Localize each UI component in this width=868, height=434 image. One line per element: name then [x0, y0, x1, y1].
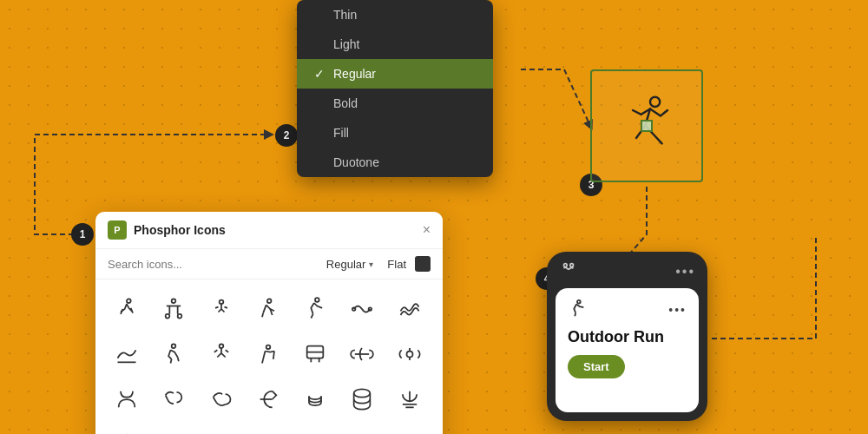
svg-point-10	[172, 344, 176, 348]
dropdown-item-regular[interactable]: ✓ Regular	[297, 59, 493, 89]
list-item[interactable]	[247, 378, 289, 420]
dropdown-item-light[interactable]: Light	[297, 30, 493, 59]
phone-activity-icon	[559, 260, 578, 283]
dropdown-item-fill[interactable]: Fill	[297, 118, 493, 148]
list-item[interactable]	[106, 288, 148, 330]
dropdown-item-duotone[interactable]: Duotone	[297, 148, 493, 177]
step-2-circle: 2	[275, 124, 298, 147]
svg-point-5	[219, 300, 223, 305]
flat-color-swatch[interactable]	[415, 256, 431, 272]
phone-card-menu[interactable]: •••	[668, 303, 687, 317]
list-item[interactable]	[389, 288, 431, 330]
svg-point-4	[178, 314, 182, 319]
list-item[interactable]	[389, 424, 431, 434]
svg-point-11	[219, 344, 223, 348]
search-input[interactable]	[108, 258, 318, 271]
svg-point-6	[267, 299, 272, 303]
list-item[interactable]	[341, 378, 383, 420]
svg-point-2	[172, 299, 176, 303]
list-item[interactable]	[201, 424, 242, 434]
phone-workout-title: Outdoor Run	[568, 328, 687, 346]
list-item[interactable]	[153, 378, 194, 420]
list-item[interactable]	[106, 424, 148, 434]
flat-label: Flat	[387, 258, 406, 271]
list-item[interactable]	[201, 378, 242, 420]
icon-preview-box	[590, 69, 703, 182]
style-dropdown: Thin Light ✓ Regular Bold Fill Duotone	[297, 0, 493, 177]
list-item[interactable]	[341, 333, 383, 375]
list-item[interactable]	[389, 333, 431, 375]
list-item[interactable]	[201, 333, 242, 375]
phone-menu-dots[interactable]: •••	[675, 264, 695, 279]
list-item[interactable]	[153, 333, 194, 375]
phosphor-logo: P	[108, 220, 127, 240]
dropdown-item-thin[interactable]: Thin	[297, 0, 493, 30]
style-selector[interactable]: Regular ▾	[326, 258, 374, 271]
icon-grid	[95, 279, 443, 434]
icon-panel-title: P Phosphor Icons	[108, 220, 226, 240]
list-item[interactable]	[294, 424, 336, 434]
svg-point-3	[166, 314, 170, 319]
svg-point-16	[564, 264, 568, 267]
svg-point-17	[570, 264, 574, 267]
icon-panel-header: P Phosphor Icons ×	[95, 212, 443, 249]
phone-card-content: ••• Outdoor Run Start	[556, 288, 699, 412]
svg-point-0	[650, 97, 660, 107]
list-item[interactable]	[106, 378, 148, 420]
svg-point-1	[127, 299, 131, 303]
list-item[interactable]	[201, 288, 242, 330]
dropdown-item-bold[interactable]: Bold	[297, 89, 493, 118]
phone-content-header: •••	[568, 299, 687, 321]
chevron-down-icon: ▾	[369, 260, 373, 269]
phone-top-bar: •••	[547, 252, 707, 288]
preview-run-icon	[612, 89, 681, 162]
list-item[interactable]	[153, 424, 194, 434]
list-item[interactable]	[106, 333, 148, 375]
svg-point-12	[266, 345, 271, 350]
svg-point-7	[315, 298, 319, 302]
phone-run-icon	[568, 299, 587, 321]
list-item[interactable]	[247, 424, 289, 434]
list-item[interactable]	[341, 424, 383, 434]
list-item[interactable]	[389, 378, 431, 420]
svg-point-18	[577, 300, 581, 304]
list-item[interactable]	[153, 288, 194, 330]
list-item[interactable]	[294, 378, 336, 420]
list-item[interactable]	[294, 288, 336, 330]
list-item[interactable]	[294, 333, 336, 375]
icon-panel: P Phosphor Icons × Regular ▾ Flat	[95, 212, 443, 434]
step-1-circle: 1	[71, 223, 94, 246]
start-button[interactable]: Start	[568, 355, 625, 378]
svg-point-8	[352, 307, 356, 311]
icon-panel-search-bar: Regular ▾ Flat	[95, 249, 443, 279]
close-button[interactable]: ×	[423, 223, 431, 237]
svg-point-9	[369, 307, 372, 311]
phone-mockup: ••• ••• Outdoor Run Start	[547, 252, 707, 421]
list-item[interactable]	[247, 333, 289, 375]
list-item[interactable]	[341, 288, 383, 330]
list-item[interactable]	[247, 288, 289, 330]
